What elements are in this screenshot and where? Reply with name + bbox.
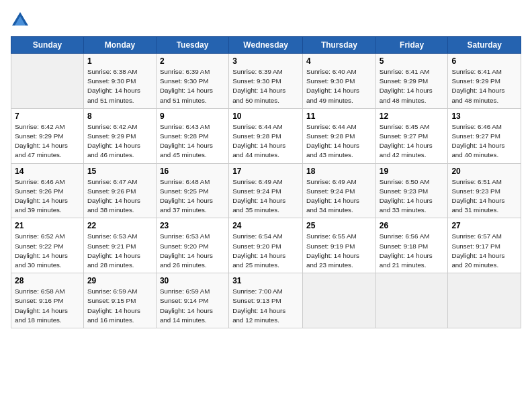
calendar-cell: 6Sunrise: 6:41 AM Sunset: 9:29 PM Daylig…	[448, 54, 521, 109]
day-number: 22	[87, 221, 152, 230]
calendar-cell: 20Sunrise: 6:51 AM Sunset: 9:23 PM Dayli…	[448, 163, 521, 218]
day-number: 4	[306, 56, 372, 66]
calendar-cell: 19Sunrise: 6:50 AM Sunset: 9:23 PM Dayli…	[375, 163, 448, 218]
week-row-1: 1Sunrise: 6:38 AM Sunset: 9:30 PM Daylig…	[11, 54, 521, 109]
calendar-cell: 12Sunrise: 6:45 AM Sunset: 9:27 PM Dayli…	[375, 108, 448, 163]
day-number: 17	[232, 167, 299, 176]
header-row: SundayMondayTuesdayWednesdayThursdayFrid…	[11, 37, 521, 54]
calendar-cell: 22Sunrise: 6:53 AM Sunset: 9:21 PM Dayli…	[83, 218, 156, 273]
day-number: 30	[160, 276, 225, 285]
calendar-cell: 4Sunrise: 6:40 AM Sunset: 9:30 PM Daylig…	[303, 54, 376, 109]
day-info: Sunrise: 6:38 AM Sunset: 9:30 PM Dayligh…	[87, 67, 152, 105]
day-header-sunday: Sunday	[11, 37, 84, 54]
week-row-2: 7Sunrise: 6:42 AM Sunset: 9:29 PM Daylig…	[11, 108, 521, 163]
calendar-cell: 15Sunrise: 6:47 AM Sunset: 9:26 PM Dayli…	[83, 163, 156, 218]
day-number: 23	[160, 221, 225, 230]
day-info: Sunrise: 6:54 AM Sunset: 9:20 PM Dayligh…	[232, 232, 299, 270]
day-header-saturday: Saturday	[448, 37, 521, 54]
day-number: 18	[306, 167, 372, 176]
calendar-cell	[11, 54, 84, 109]
day-header-friday: Friday	[375, 37, 448, 54]
day-info: Sunrise: 6:57 AM Sunset: 9:17 PM Dayligh…	[451, 232, 517, 270]
day-number: 15	[87, 167, 152, 176]
day-info: Sunrise: 6:56 AM Sunset: 9:18 PM Dayligh…	[380, 232, 445, 270]
day-number: 1	[87, 56, 152, 66]
day-number: 8	[87, 111, 152, 121]
calendar-cell: 16Sunrise: 6:48 AM Sunset: 9:25 PM Dayli…	[156, 163, 228, 218]
calendar-cell: 9Sunrise: 6:43 AM Sunset: 9:28 PM Daylig…	[156, 108, 228, 163]
calendar-cell	[448, 273, 521, 328]
day-info: Sunrise: 6:59 AM Sunset: 9:14 PM Dayligh…	[160, 287, 225, 325]
day-number: 27	[451, 221, 517, 230]
day-info: Sunrise: 6:49 AM Sunset: 9:24 PM Dayligh…	[306, 177, 372, 216]
calendar-cell: 25Sunrise: 6:55 AM Sunset: 9:19 PM Dayli…	[303, 218, 376, 273]
calendar-cell: 14Sunrise: 6:46 AM Sunset: 9:26 PM Dayli…	[11, 163, 84, 218]
day-info: Sunrise: 6:55 AM Sunset: 9:19 PM Dayligh…	[306, 232, 372, 270]
day-info: Sunrise: 6:42 AM Sunset: 9:29 PM Dayligh…	[15, 122, 80, 161]
calendar-cell: 17Sunrise: 6:49 AM Sunset: 9:24 PM Dayli…	[229, 163, 303, 218]
day-info: Sunrise: 6:44 AM Sunset: 9:28 PM Dayligh…	[306, 122, 372, 161]
calendar-cell: 31Sunrise: 7:00 AM Sunset: 9:13 PM Dayli…	[229, 273, 303, 328]
day-info: Sunrise: 6:52 AM Sunset: 9:22 PM Dayligh…	[15, 232, 80, 270]
calendar-cell: 26Sunrise: 6:56 AM Sunset: 9:18 PM Dayli…	[375, 218, 448, 273]
day-number: 2	[160, 56, 225, 66]
day-number: 31	[232, 276, 299, 285]
day-info: Sunrise: 6:51 AM Sunset: 9:23 PM Dayligh…	[451, 177, 517, 216]
calendar-cell: 21Sunrise: 6:52 AM Sunset: 9:22 PM Dayli…	[11, 218, 84, 273]
calendar-cell: 3Sunrise: 6:39 AM Sunset: 9:30 PM Daylig…	[229, 54, 303, 109]
calendar-cell	[375, 273, 448, 328]
day-info: Sunrise: 6:40 AM Sunset: 9:30 PM Dayligh…	[306, 67, 372, 105]
calendar-cell: 5Sunrise: 6:41 AM Sunset: 9:29 PM Daylig…	[375, 54, 448, 109]
calendar-cell: 27Sunrise: 6:57 AM Sunset: 9:17 PM Dayli…	[448, 218, 521, 273]
day-info: Sunrise: 6:46 AM Sunset: 9:26 PM Dayligh…	[15, 177, 80, 216]
header	[11, 11, 521, 30]
calendar-cell: 1Sunrise: 6:38 AM Sunset: 9:30 PM Daylig…	[83, 54, 156, 109]
day-number: 11	[306, 111, 372, 121]
page: SundayMondayTuesdayWednesdayThursdayFrid…	[0, 0, 532, 411]
calendar-cell: 11Sunrise: 6:44 AM Sunset: 9:28 PM Dayli…	[303, 108, 376, 163]
day-number: 13	[451, 111, 517, 121]
calendar-cell: 23Sunrise: 6:53 AM Sunset: 9:20 PM Dayli…	[156, 218, 228, 273]
day-info: Sunrise: 6:47 AM Sunset: 9:26 PM Dayligh…	[87, 177, 152, 216]
day-header-wednesday: Wednesday	[229, 37, 303, 54]
calendar-cell: 8Sunrise: 6:42 AM Sunset: 9:29 PM Daylig…	[83, 108, 156, 163]
calendar-cell: 2Sunrise: 6:39 AM Sunset: 9:30 PM Daylig…	[156, 54, 228, 109]
day-number: 19	[380, 167, 445, 176]
calendar-cell: 29Sunrise: 6:59 AM Sunset: 9:15 PM Dayli…	[83, 273, 156, 328]
calendar-cell: 28Sunrise: 6:58 AM Sunset: 9:16 PM Dayli…	[11, 273, 84, 328]
calendar-cell: 30Sunrise: 6:59 AM Sunset: 9:14 PM Dayli…	[156, 273, 228, 328]
day-header-tuesday: Tuesday	[156, 37, 228, 54]
week-row-3: 14Sunrise: 6:46 AM Sunset: 9:26 PM Dayli…	[11, 163, 521, 218]
day-info: Sunrise: 6:39 AM Sunset: 9:30 PM Dayligh…	[160, 67, 225, 105]
day-number: 29	[87, 276, 152, 285]
week-row-4: 21Sunrise: 6:52 AM Sunset: 9:22 PM Dayli…	[11, 218, 521, 273]
day-number: 9	[160, 111, 225, 121]
calendar-cell: 13Sunrise: 6:46 AM Sunset: 9:27 PM Dayli…	[448, 108, 521, 163]
calendar-cell: 10Sunrise: 6:44 AM Sunset: 9:28 PM Dayli…	[229, 108, 303, 163]
week-row-5: 28Sunrise: 6:58 AM Sunset: 9:16 PM Dayli…	[11, 273, 521, 328]
day-info: Sunrise: 6:44 AM Sunset: 9:28 PM Dayligh…	[232, 122, 299, 161]
day-info: Sunrise: 6:58 AM Sunset: 9:16 PM Dayligh…	[15, 287, 80, 325]
day-info: Sunrise: 6:43 AM Sunset: 9:28 PM Dayligh…	[160, 122, 225, 161]
day-info: Sunrise: 6:53 AM Sunset: 9:21 PM Dayligh…	[87, 232, 152, 270]
day-number: 21	[15, 221, 80, 230]
day-header-monday: Monday	[83, 37, 156, 54]
day-info: Sunrise: 6:49 AM Sunset: 9:24 PM Dayligh…	[232, 177, 299, 216]
day-info: Sunrise: 6:41 AM Sunset: 9:29 PM Dayligh…	[451, 67, 517, 105]
day-number: 7	[15, 111, 80, 121]
day-info: Sunrise: 7:00 AM Sunset: 9:13 PM Dayligh…	[232, 287, 299, 325]
day-number: 28	[15, 276, 80, 285]
day-number: 3	[232, 56, 299, 66]
day-info: Sunrise: 6:59 AM Sunset: 9:15 PM Dayligh…	[87, 287, 152, 325]
day-info: Sunrise: 6:50 AM Sunset: 9:23 PM Dayligh…	[380, 177, 445, 216]
logo-icon	[11, 11, 30, 30]
day-number: 25	[306, 221, 372, 230]
day-info: Sunrise: 6:46 AM Sunset: 9:27 PM Dayligh…	[451, 122, 517, 161]
day-number: 24	[232, 221, 299, 230]
day-info: Sunrise: 6:39 AM Sunset: 9:30 PM Dayligh…	[232, 67, 299, 105]
logo	[11, 11, 32, 30]
day-number: 12	[380, 111, 445, 121]
calendar-cell: 24Sunrise: 6:54 AM Sunset: 9:20 PM Dayli…	[229, 218, 303, 273]
day-number: 5	[380, 56, 445, 66]
day-info: Sunrise: 6:42 AM Sunset: 9:29 PM Dayligh…	[87, 122, 152, 161]
